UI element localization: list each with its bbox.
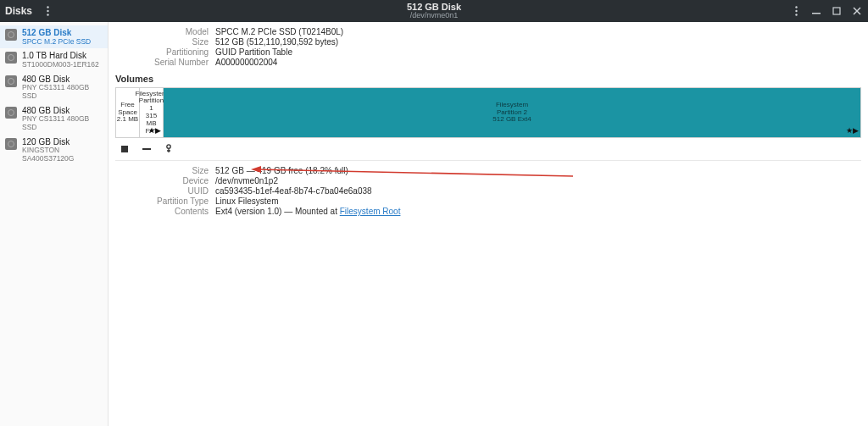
disk-item-sub: SPCC M.2 PCIe SSD	[22, 38, 91, 47]
info-value: GUID Partition Table	[215, 47, 292, 57]
disk-icon	[5, 52, 17, 64]
seg-line: Partition 1	[139, 97, 164, 113]
unmount-button[interactable]	[119, 143, 131, 155]
disk-item-sub: PNY CS1311 480GB SSD	[22, 84, 103, 101]
content-pane: ModelSPCC M.2 PCIe SSD (T0214B0L) Size51…	[108, 22, 868, 426]
disk-icon	[5, 107, 17, 119]
detail-value: Ext4 (version 1.0) — Mounted at Filesyst…	[215, 207, 400, 216]
info-value: 512 GB (512,110,190,592 bytes)	[215, 37, 338, 47]
disk-item-sub: KINGSTON SA400S37120G	[22, 147, 103, 163]
detail-value: ca593435-b1ef-4eaf-8b74-c7ba04e6a038	[215, 186, 372, 196]
disk-item[interactable]: 1.0 TB Hard Disk ST1000DM003-1ER162	[0, 48, 108, 71]
drive-menu-button[interactable]	[790, 5, 802, 17]
close-button[interactable]	[851, 5, 863, 17]
svg-rect-11	[142, 148, 151, 150]
svg-point-1	[47, 10, 48, 12]
partition-options-button[interactable]	[163, 143, 175, 155]
info-label: Partitioning	[115, 47, 215, 57]
title-bar: Disks 512 GB Disk /dev/nvme0n1	[0, 0, 868, 22]
info-label: Serial Number	[115, 58, 215, 67]
drive-info: ModelSPCC M.2 PCIe SSD (T0214B0L) Size51…	[115, 27, 861, 67]
info-label: Size	[115, 37, 215, 47]
disk-item-sub: ST1000DM003-1ER162	[22, 61, 99, 69]
detail-value: Linux Filesystem	[215, 196, 278, 206]
volume-segment-partition1[interactable]: Filesystem Partition 1 315 MB FAT ★▶	[140, 88, 164, 137]
seg-line: Free Space	[116, 102, 139, 117]
disk-list-sidebar: 512 GB Disk SPCC M.2 PCIe SSD 1.0 TB Har…	[0, 22, 108, 426]
svg-rect-6	[812, 13, 821, 14]
svg-rect-10	[121, 146, 128, 152]
disk-item-title: 512 GB Disk	[22, 28, 91, 38]
volume-bar: Free Space 2.1 MB Filesystem Partition 1…	[115, 87, 861, 138]
bootable-star-icon: ★▶	[846, 127, 859, 136]
svg-point-12	[167, 145, 170, 148]
filesystem-root-link[interactable]: Filesystem Root	[340, 207, 401, 216]
svg-point-2	[47, 14, 48, 15]
disk-icon	[5, 29, 17, 41]
disk-icon	[5, 75, 17, 87]
detail-label: Partition Type	[115, 196, 215, 206]
volume-details: Size512 GB — 419 GB free (18.2% full) De…	[115, 166, 861, 216]
bootable-star-icon: ★▶	[148, 127, 161, 136]
disk-item-sub: PNY CS1311 480GB SSD	[22, 115, 103, 132]
detail-label: Contents	[115, 207, 215, 216]
volumes-header: Volumes	[115, 74, 861, 84]
seg-line: 2.1 MB	[117, 116, 138, 124]
volume-toolbar	[115, 138, 861, 161]
disk-item[interactable]: 120 GB Disk KINGSTON SA400S37120G	[0, 135, 108, 166]
app-name: Disks	[5, 5, 32, 17]
svg-point-3	[795, 6, 797, 8]
app-menu-button[interactable]	[41, 4, 54, 18]
svg-point-0	[47, 6, 48, 8]
info-label: Model	[115, 27, 215, 36]
detail-label: Size	[115, 166, 215, 175]
info-value: A000000002004	[215, 58, 277, 67]
svg-point-5	[795, 14, 797, 15]
detail-label: UUID	[115, 186, 215, 196]
window-subtitle: /dev/nvme0n1	[407, 12, 461, 20]
maximize-button[interactable]	[831, 5, 843, 17]
delete-partition-button[interactable]	[141, 143, 153, 155]
detail-label: Device	[115, 176, 215, 185]
minimize-button[interactable]	[810, 5, 822, 17]
disk-item[interactable]: 512 GB Disk SPCC M.2 PCIe SSD	[0, 25, 108, 48]
detail-value: 512 GB — 419 GB free (18.2% full)	[215, 166, 348, 175]
seg-line: 512 GB Ext4	[492, 116, 531, 124]
disk-item[interactable]: 480 GB Disk PNY CS1311 480GB SSD	[0, 72, 108, 103]
detail-value: /dev/nvme0n1p2	[215, 176, 278, 185]
svg-point-4	[795, 10, 797, 12]
disk-icon	[5, 138, 17, 150]
disk-item[interactable]: 480 GB Disk PNY CS1311 480GB SSD	[0, 103, 108, 135]
svg-rect-7	[833, 8, 840, 14]
info-value: SPCC M.2 PCIe SSD (T0214B0L)	[215, 27, 343, 36]
volume-segment-partition2[interactable]: Filesystem Partition 2 512 GB Ext4 ★▶	[164, 88, 860, 137]
